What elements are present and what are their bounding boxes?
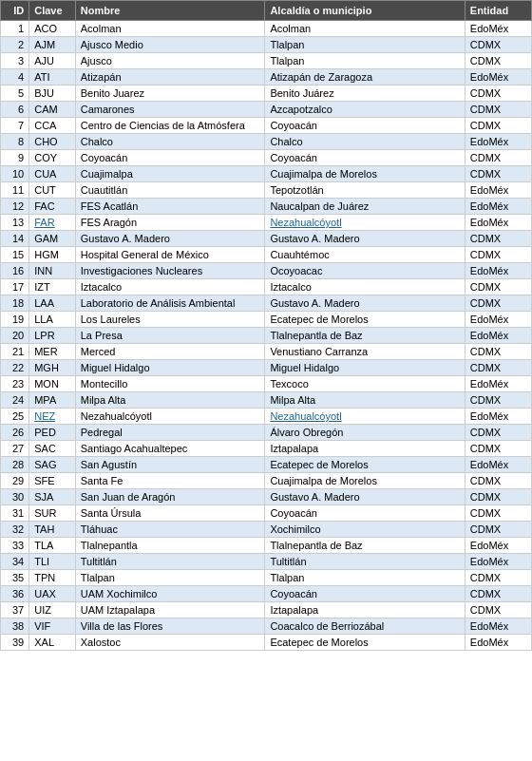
table-row: 2AJMAjusco MedioTlalpanCDMX bbox=[1, 37, 532, 53]
cell-id: 23 bbox=[1, 376, 29, 392]
cell-entidad: CDMX bbox=[465, 102, 531, 118]
cell-clave: MON bbox=[29, 376, 76, 392]
cell-id: 30 bbox=[1, 489, 29, 505]
cell-clave: XAL bbox=[29, 635, 76, 651]
cell-id: 4 bbox=[1, 69, 29, 86]
header-nombre: Nombre bbox=[75, 1, 265, 21]
cell-id: 5 bbox=[1, 86, 29, 102]
cell-id: 20 bbox=[1, 328, 29, 344]
cell-id: 38 bbox=[1, 618, 29, 635]
table-row: 22MGHMiguel HidalgoMiguel HidalgoCDMX bbox=[1, 360, 532, 376]
cell-id: 1 bbox=[1, 21, 29, 37]
cell-id: 36 bbox=[1, 586, 29, 602]
table-row: 17IZTIztacalcoIztacalcoCDMX bbox=[1, 279, 532, 295]
cell-clave: BJU bbox=[29, 86, 76, 102]
cell-clave: NEZ bbox=[29, 409, 76, 425]
cell-clave: FAC bbox=[29, 199, 76, 215]
cell-clave: GAM bbox=[29, 231, 76, 247]
cell-alcaldia: Xochimilco bbox=[265, 522, 465, 538]
cell-alcaldia: Nezahualcóyotl bbox=[265, 409, 465, 425]
cell-id: 11 bbox=[1, 182, 29, 199]
cell-id: 26 bbox=[1, 425, 29, 441]
table-row: 32TAHTláhuacXochimilcoCDMX bbox=[1, 522, 532, 538]
cell-nombre: Milpa Alta bbox=[75, 392, 265, 409]
cell-nombre: Centro de Ciencias de la Atmósfera bbox=[75, 118, 265, 134]
cell-nombre: Laboratorio de Análisis Ambiental bbox=[75, 295, 265, 312]
cell-nombre: Hospital General de México bbox=[75, 247, 265, 263]
cell-entidad: CDMX bbox=[465, 602, 531, 618]
cell-id: 21 bbox=[1, 344, 29, 360]
table-row: 10CUACuajimalpaCuajimalpa de MorelosCDMX bbox=[1, 166, 532, 182]
cell-clave: LLA bbox=[29, 312, 76, 328]
cell-alcaldia: Tlalnepantla de Baz bbox=[265, 538, 465, 554]
table-row: 26PEDPedregalÁlvaro ObregónCDMX bbox=[1, 425, 532, 441]
table-row: 24MPAMilpa AltaMilpa AltaCDMX bbox=[1, 392, 532, 409]
cell-entidad: EdoMéx bbox=[465, 328, 531, 344]
cell-entidad: CDMX bbox=[465, 489, 531, 505]
cell-nombre: Tlalpan bbox=[75, 570, 265, 586]
cell-nombre: Santiago Acahualtepec bbox=[75, 441, 265, 457]
table-row: 4ATIAtizapánAtizapán de ZaragozaEdoMéx bbox=[1, 69, 532, 86]
cell-alcaldia: Tlalpan bbox=[265, 37, 465, 53]
cell-id: 39 bbox=[1, 635, 29, 651]
cell-clave: SAG bbox=[29, 457, 76, 473]
table-row: 23MONMontecilloTexcocoEdoMéx bbox=[1, 376, 532, 392]
table-row: 11CUTCuautitlánTepotzotlánEdoMéx bbox=[1, 182, 532, 199]
header-entidad: Entidad bbox=[465, 1, 531, 21]
cell-nombre: Villa de las Flores bbox=[75, 618, 265, 635]
cell-alcaldia: Tepotzotlán bbox=[265, 182, 465, 199]
table-row: 19LLALos LaurelesEcatepec de MorelosEdoM… bbox=[1, 312, 532, 328]
cell-entidad: CDMX bbox=[465, 344, 531, 360]
cell-entidad: CDMX bbox=[465, 425, 531, 441]
table-row: 20LPRLa PresaTlalnepantla de BazEdoMéx bbox=[1, 328, 532, 344]
table-row: 8CHOChalcoChalcoEdoMéx bbox=[1, 134, 532, 150]
cell-id: 29 bbox=[1, 473, 29, 489]
cell-alcaldia: Nezahualcóyotl bbox=[265, 215, 465, 231]
cell-alcaldia: Venustiano Carranza bbox=[265, 344, 465, 360]
cell-entidad: EdoMéx bbox=[465, 21, 531, 37]
cell-nombre: Benito Juarez bbox=[75, 86, 265, 102]
cell-nombre: Miguel Hidalgo bbox=[75, 360, 265, 376]
cell-clave: ATI bbox=[29, 69, 76, 86]
cell-entidad: EdoMéx bbox=[465, 538, 531, 554]
cell-entidad: CDMX bbox=[465, 166, 531, 182]
cell-id: 19 bbox=[1, 312, 29, 328]
cell-alcaldia: Coacalco de Berriozábal bbox=[265, 618, 465, 635]
cell-nombre: Ajusco Medio bbox=[75, 37, 265, 53]
cell-alcaldia: Benito Juárez bbox=[265, 86, 465, 102]
cell-nombre: Gustavo A. Madero bbox=[75, 231, 265, 247]
table-row: 29SFESanta FeCuajimalpa de MorelosCDMX bbox=[1, 473, 532, 489]
cell-entidad: CDMX bbox=[465, 392, 531, 409]
cell-nombre: Montecillo bbox=[75, 376, 265, 392]
cell-clave: TPN bbox=[29, 570, 76, 586]
table-row: 13FARFES AragónNezahualcóyotlEdoMéx bbox=[1, 215, 532, 231]
table-row: 38VIFVilla de las FloresCoacalco de Berr… bbox=[1, 618, 532, 635]
header-id: ID bbox=[1, 1, 29, 21]
cell-entidad: CDMX bbox=[465, 473, 531, 489]
cell-nombre: Merced bbox=[75, 344, 265, 360]
cell-alcaldia: Gustavo A. Madero bbox=[265, 231, 465, 247]
cell-nombre: Coyoacán bbox=[75, 150, 265, 166]
table-row: 33TLATlalnepantlaTlalnepantla de BazEdoM… bbox=[1, 538, 532, 554]
cell-alcaldia: Azcapotzalco bbox=[265, 102, 465, 118]
cell-alcaldia: Gustavo A. Madero bbox=[265, 489, 465, 505]
cell-clave: MGH bbox=[29, 360, 76, 376]
cell-entidad: EdoMéx bbox=[465, 215, 531, 231]
cell-alcaldia: Álvaro Obregón bbox=[265, 425, 465, 441]
cell-alcaldia: Tultitlán bbox=[265, 554, 465, 570]
table-row: 3AJUAjuscoTlalpanCDMX bbox=[1, 53, 532, 69]
cell-clave: ACO bbox=[29, 21, 76, 37]
cell-id: 15 bbox=[1, 247, 29, 263]
cell-nombre: Los Laureles bbox=[75, 312, 265, 328]
cell-id: 33 bbox=[1, 538, 29, 554]
cell-nombre: Acolman bbox=[75, 21, 265, 37]
cell-clave: TAH bbox=[29, 522, 76, 538]
cell-alcaldia: Iztacalco bbox=[265, 279, 465, 295]
cell-entidad: EdoMéx bbox=[465, 69, 531, 86]
cell-entidad: EdoMéx bbox=[465, 263, 531, 279]
cell-nombre: Xalostoc bbox=[75, 635, 265, 651]
cell-nombre: Ajusco bbox=[75, 53, 265, 69]
table-row: 36UAXUAM XochimilcoCoyoacánCDMX bbox=[1, 586, 532, 602]
cell-id: 9 bbox=[1, 150, 29, 166]
cell-nombre: Camarones bbox=[75, 102, 265, 118]
